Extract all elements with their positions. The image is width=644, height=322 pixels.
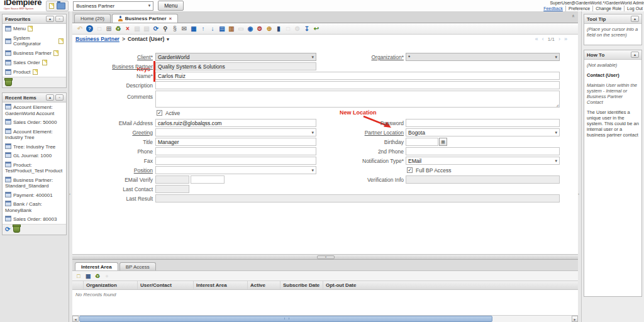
note-icon[interactable]: [42, 60, 47, 65]
password-field[interactable]: [406, 119, 560, 127]
email-verify-button[interactable]: [191, 175, 225, 184]
tab-home[interactable]: Home (20): [74, 14, 111, 23]
tab-bp-access[interactable]: BP Access: [119, 262, 156, 270]
collapse-left-icon[interactable]: ‹: [69, 192, 70, 196]
print-icon[interactable]: ▭: [236, 25, 245, 33]
fax-field[interactable]: [155, 157, 316, 165]
breadcrumb-dropdown-icon[interactable]: ▼: [165, 37, 170, 42]
recent-item[interactable]: Business Partner: Standard_Standard: [3, 175, 66, 191]
toggle-grid-icon[interactable]: ▦: [189, 25, 198, 33]
partner-location-field[interactable]: Bogota: [406, 128, 560, 136]
close-tab-icon[interactable]: ×: [169, 16, 172, 21]
horizontal-splitter[interactable]: ▾: [72, 254, 578, 260]
new-record-icon[interactable]: □: [95, 25, 104, 33]
note-icon[interactable]: [53, 50, 58, 56]
first-record-icon[interactable]: «: [535, 36, 538, 42]
scrollbar-thumb[interactable]: [79, 316, 492, 322]
position-field[interactable]: [155, 166, 316, 174]
header-link[interactable]: Feedback: [541, 6, 565, 11]
recent-item[interactable]: GL Journal: 1000: [3, 151, 66, 160]
parent-record-icon[interactable]: ↑: [199, 25, 208, 33]
attachment-icon[interactable]: §: [170, 25, 179, 33]
client-label[interactable]: Client*: [72, 54, 153, 60]
collapse-panel-icon[interactable]: ▴: [631, 52, 639, 58]
save-icon[interactable]: ▤: [133, 25, 142, 33]
help-icon[interactable]: ?: [86, 25, 93, 32]
recent-item[interactable]: Sales Order: 80003: [3, 214, 66, 224]
favourite-item[interactable]: Product: [3, 67, 66, 77]
organization-field[interactable]: *: [406, 53, 560, 61]
trash-icon[interactable]: [13, 226, 20, 233]
collapse-right-icon[interactable]: ›: [578, 192, 579, 196]
tab-business-partner[interactable]: Business Partner ×: [112, 14, 178, 23]
previous-record-icon[interactable]: ‹: [542, 36, 544, 42]
recent-item[interactable]: Payment: 400001: [3, 191, 66, 200]
column-header[interactable]: User/Contact: [138, 281, 194, 289]
header-link[interactable]: Preference: [565, 6, 592, 11]
recent-item[interactable]: Tree: Industry Tree: [3, 142, 66, 152]
title-field[interactable]: Manager: [155, 138, 316, 146]
process-icon[interactable]: ⚙: [255, 25, 264, 33]
full-bp-access-checkbox[interactable]: [407, 167, 413, 173]
edit-mode-icon[interactable]: ▦: [84, 272, 92, 280]
collapse-panel-icon[interactable]: ▴: [631, 16, 639, 22]
business-partner-label[interactable]: Business Partner: [72, 64, 153, 70]
header-link[interactable]: Change Role: [592, 6, 624, 11]
report-icon[interactable]: ▤: [218, 25, 226, 33]
undo-icon[interactable]: ↶: [75, 25, 84, 33]
column-header[interactable]: Interest Area: [194, 281, 248, 289]
detail-record-icon[interactable]: ↓: [208, 25, 217, 33]
favourite-item[interactable]: Sales Order: [3, 58, 66, 67]
calendar-icon[interactable]: ▦: [439, 138, 447, 146]
collapse-panel-icon[interactable]: ▴: [46, 16, 54, 22]
notification-type-field[interactable]: EMail: [406, 157, 560, 165]
folder-icon[interactable]: [57, 3, 65, 9]
next-record-icon[interactable]: ›: [558, 36, 560, 42]
greeting-label[interactable]: Greeting: [72, 130, 153, 136]
recent-item[interactable]: Sales Order: 50000: [3, 118, 66, 127]
customize-icon[interactable]: ⚙: [293, 25, 302, 33]
column-header[interactable]: Subscribe Date: [280, 281, 323, 289]
collapse-header-icon[interactable]: «: [570, 14, 575, 17]
favourite-item[interactable]: Business Partner: [3, 48, 66, 58]
process-row-icon[interactable]: ●: [103, 272, 111, 280]
detach-panel-icon[interactable]: ▫: [55, 16, 64, 22]
active-checkbox[interactable]: [157, 110, 162, 116]
client-field[interactable]: GardenWorld: [155, 53, 316, 61]
note-icon[interactable]: [33, 69, 38, 75]
delete-row-icon[interactable]: ♻: [94, 272, 101, 280]
document-icon[interactable]: ▥: [227, 25, 236, 33]
greeting-field[interactable]: [155, 128, 316, 136]
exit-window-icon[interactable]: ↩: [312, 25, 321, 33]
lookup-record-icon[interactable]: ◉: [246, 25, 255, 33]
scroll-left-icon[interactable]: ◂: [72, 316, 79, 322]
second-phone-field[interactable]: [406, 147, 560, 155]
copy-record-icon[interactable]: ⊞: [104, 25, 113, 33]
archive-icon[interactable]: ▮: [274, 25, 283, 33]
birthday-field[interactable]: [406, 138, 438, 146]
detach-panel-icon[interactable]: ▫: [55, 94, 64, 101]
refresh-icon[interactable]: ⟳: [152, 25, 160, 33]
partner-location-label[interactable]: Partner Location: [316, 130, 404, 136]
zoom-across-icon[interactable]: ⊕: [265, 25, 274, 33]
delete-record-icon[interactable]: ♻: [114, 25, 123, 33]
scroll-right-icon[interactable]: ▸: [572, 316, 578, 322]
column-header[interactable]: Active: [248, 281, 280, 289]
recent-item[interactable]: Account Element: GardenWorld Account: [3, 103, 66, 118]
phone-field[interactable]: [155, 147, 316, 155]
favourite-item[interactable]: System Configurator: [3, 33, 66, 48]
header-link[interactable]: Log Out: [624, 6, 644, 11]
new-row-icon[interactable]: □: [75, 272, 82, 280]
organization-label[interactable]: Organization*: [316, 54, 404, 60]
position-label[interactable]: Position: [72, 167, 153, 174]
chat-icon[interactable]: ✉: [180, 25, 189, 33]
refresh-icon[interactable]: ⟳: [5, 226, 10, 233]
description-field[interactable]: [155, 81, 560, 89]
window-selector[interactable]: Business Partner: [73, 1, 153, 11]
recent-item[interactable]: Product: TestProduct_Test Product: [3, 160, 66, 175]
note-icon[interactable]: [58, 38, 64, 44]
menu-button[interactable]: Menu: [158, 1, 184, 11]
recent-item[interactable]: Account Element: Industry Tree: [3, 127, 66, 142]
email-address-field[interactable]: carlos.ruiz@globalqss.com: [155, 119, 316, 127]
find-record-icon[interactable]: ⚲: [161, 25, 170, 33]
